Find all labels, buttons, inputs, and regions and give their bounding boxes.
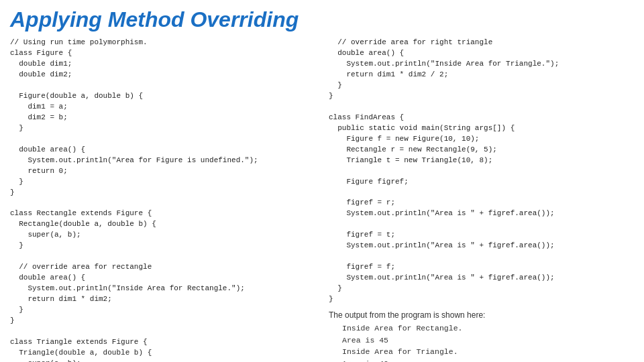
page-title: Applying Method Overriding [10, 7, 634, 32]
left-column: // Using run time polymorphism. class Fi… [10, 38, 315, 362]
page: Applying Method Overriding // Using run … [0, 0, 644, 362]
right-column: // override area for right triangle doub… [329, 38, 634, 362]
left-code-block: // Using run time polymorphism. class Fi… [10, 38, 315, 362]
output-block: Inside Area for Rectangle. Area is 45 In… [342, 322, 634, 362]
right-code-block: // override area for right triangle doub… [329, 38, 634, 304]
content-area: // Using run time polymorphism. class Fi… [10, 38, 634, 362]
output-label: The output from the program is shown her… [329, 310, 634, 320]
